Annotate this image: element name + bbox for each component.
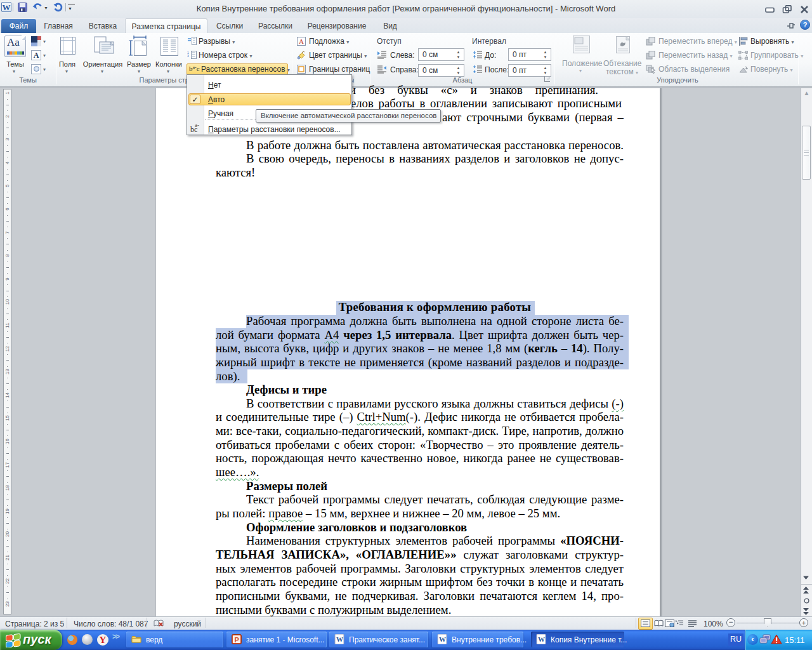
svg-text:A: A [299, 37, 304, 45]
svg-text:a-: a- [195, 122, 199, 128]
svg-text:3: 3 [187, 54, 189, 58]
svg-text:P: P [235, 636, 239, 644]
svg-text:W: W [538, 635, 545, 643]
svg-text:W: W [439, 635, 446, 643]
svg-text:W: W [336, 635, 343, 643]
